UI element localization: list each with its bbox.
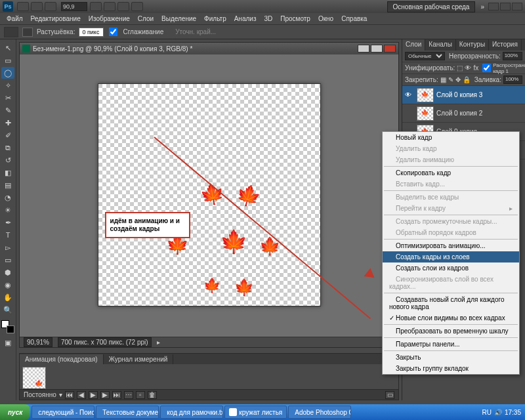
minibridge-icon[interactable] — [31, 2, 43, 11]
menu-window[interactable]: Окно — [314, 14, 337, 24]
delete-frame-icon[interactable]: 🗑 — [148, 391, 157, 399]
menu-3d[interactable]: 3D — [260, 14, 276, 24]
move-tool-icon[interactable]: ↖ — [1, 42, 14, 54]
menu-file[interactable]: Файл — [3, 14, 27, 24]
hand-tool-icon[interactable]: ✋ — [1, 291, 14, 303]
tray-icon[interactable]: 🔊 — [494, 409, 502, 416]
tab-channels[interactable]: Каналы — [425, 39, 456, 51]
tab-paths[interactable]: Контуры — [456, 39, 489, 51]
shape-tool-icon[interactable]: ▭ — [1, 254, 14, 266]
menu-analysis[interactable]: Анализ — [230, 14, 261, 24]
3d-cam-tool-icon[interactable]: ◉ — [1, 279, 14, 291]
menu-item[interactable]: Параметры панели... — [383, 339, 519, 350]
play-icon[interactable]: ▶ — [89, 391, 98, 399]
window-max-icon[interactable] — [500, 3, 511, 10]
new-frame-icon[interactable]: ▫ — [136, 391, 145, 399]
doc-min-icon[interactable] — [358, 45, 369, 52]
unify-pos-icon[interactable]: ⬚ — [457, 64, 463, 72]
first-frame-icon[interactable]: ⏮ — [65, 391, 74, 399]
menu-layers[interactable]: Слои — [134, 14, 158, 24]
blend-mode-select[interactable]: Обычные — [405, 52, 445, 60]
taskbar-item[interactable]: Текстовые документы — [96, 406, 159, 419]
menu-edit[interactable]: Редактирование — [27, 14, 85, 24]
last-frame-icon[interactable]: ⏭ — [112, 391, 121, 399]
unify-vis-icon[interactable]: 👁 — [465, 64, 471, 72]
start-button[interactable]: пуск — [0, 404, 30, 420]
history-brush-icon[interactable]: ↺ — [1, 154, 14, 166]
heal-tool-icon[interactable]: ✚ — [1, 117, 14, 129]
antialias-checkbox[interactable] — [109, 28, 117, 36]
stamp-tool-icon[interactable]: ⧉ — [1, 142, 14, 154]
loop-select[interactable]: Постоянно — [24, 391, 56, 398]
feather-input[interactable]: 0 пикс — [79, 28, 104, 37]
menu-item[interactable]: Новый кадр — [383, 132, 519, 143]
status-chevron-icon[interactable]: ▸ — [157, 339, 160, 346]
3d-tool-icon[interactable]: ⬢ — [1, 266, 14, 278]
tool-preset-icon[interactable] — [4, 27, 18, 37]
menu-item[interactable]: Закрыть — [383, 352, 519, 363]
menu-filter[interactable]: Фильтр — [200, 14, 230, 24]
menu-item[interactable]: ✓Новые слои видимы во всех кадрах — [383, 312, 519, 324]
rotate-icon[interactable] — [117, 2, 129, 11]
doc-max-icon[interactable] — [371, 45, 383, 52]
window-close-icon[interactable] — [512, 3, 522, 10]
clock[interactable]: 17:35 — [505, 409, 521, 416]
eyedropper-tool-icon[interactable]: ✎ — [1, 104, 14, 116]
lock-pos-icon[interactable]: ✥ — [455, 76, 461, 83]
tab-measurement-log[interactable]: Журнал измерений — [104, 354, 174, 364]
hand-icon[interactable] — [90, 2, 102, 11]
timeline-mode-icon[interactable]: ▭ — [385, 391, 394, 399]
doc-close-icon[interactable] — [384, 45, 396, 52]
layer-row[interactable]: 👁Слой 0 копия 3 — [402, 86, 525, 104]
lock-trans-icon[interactable]: ▦ — [440, 76, 446, 83]
brush-tool-icon[interactable]: ✐ — [1, 129, 14, 141]
tween-icon[interactable]: ⋯ — [124, 391, 133, 399]
taskbar-item[interactable]: Adobe Photoshop CS... — [288, 406, 351, 419]
layer-row[interactable]: Слой 0 копия 2 — [402, 104, 525, 123]
lasso-tool-icon[interactable]: ◯ — [1, 67, 14, 79]
taskbar-item[interactable]: кружат листья — [224, 406, 287, 419]
menu-help[interactable]: Справка — [337, 14, 371, 24]
zoom-field[interactable] — [61, 2, 87, 11]
lasso-mode-icon[interactable] — [22, 28, 33, 37]
gradient-tool-icon[interactable]: ▤ — [1, 179, 14, 191]
dodge-tool-icon[interactable]: ☀ — [1, 204, 14, 216]
tab-layers[interactable]: Слои — [402, 39, 425, 51]
canvas[interactable]: 🍁 🍁 🍁 🍁 🍁 🍁 🍁 идём в анимацию и и создаё… — [98, 83, 321, 306]
bridge-icon[interactable] — [17, 2, 29, 11]
menu-item[interactable]: Создавать новый слой для каждого нового … — [383, 294, 519, 312]
eraser-tool-icon[interactable]: ◧ — [1, 167, 14, 178]
type-tool-icon[interactable]: T — [1, 229, 14, 241]
menu-item[interactable]: Создать слои из кадров — [383, 262, 519, 274]
taskbar-item[interactable]: код для рамочки.txt... — [160, 406, 223, 419]
system-tray[interactable]: RU 🔊 17:35 — [478, 409, 525, 416]
propagate-checkbox[interactable] — [482, 64, 491, 72]
taskbar-item[interactable]: следующий - Поис... — [32, 406, 94, 419]
screen-mode-icon[interactable] — [45, 2, 56, 11]
fill-input[interactable]: 100% — [503, 75, 522, 84]
wand-tool-icon[interactable]: ✧ — [1, 79, 14, 91]
menu-item[interactable]: Закрыть группу вкладок — [383, 363, 519, 374]
path-tool-icon[interactable]: ▻ — [1, 242, 14, 253]
marquee-tool-icon[interactable]: ▭ — [1, 54, 14, 66]
window-min-icon[interactable] — [488, 3, 499, 10]
status-zoom[interactable]: 90,91% — [24, 337, 52, 347]
pen-tool-icon[interactable]: ✒ — [1, 217, 14, 228]
menu-item[interactable]: Создать кадры из слоев — [383, 251, 519, 262]
unify-style-icon[interactable]: fx — [473, 64, 478, 72]
prev-frame-icon[interactable]: ◀ — [77, 391, 86, 399]
zoom-icon[interactable] — [104, 2, 116, 11]
opacity-input[interactable]: 100% — [503, 52, 522, 60]
fg-bg-swatch[interactable] — [1, 320, 14, 333]
workspace-overflow-icon[interactable]: » — [478, 3, 487, 10]
tab-actions[interactable]: Операции — [522, 39, 525, 51]
lock-all-icon[interactable]: 🔒 — [463, 76, 471, 83]
workspace-switcher[interactable]: Основная рабочая среда — [387, 1, 476, 12]
menu-select[interactable]: Выделение — [158, 14, 200, 24]
canvas-viewport[interactable]: 🍁 🍁 🍁 🍁 🍁 🍁 🍁 идём в анимацию и и создаё… — [29, 54, 389, 335]
quickmask-icon[interactable]: ▣ — [1, 337, 14, 348]
menu-image[interactable]: Изображение — [85, 14, 134, 24]
document-titlebar[interactable]: Без-имени-1.png @ 90,9% (Слой 0 копия 3,… — [20, 43, 398, 54]
visibility-icon[interactable]: 👁 — [402, 91, 414, 98]
menu-item[interactable]: Преобразовать во временную шкалу — [383, 326, 519, 337]
